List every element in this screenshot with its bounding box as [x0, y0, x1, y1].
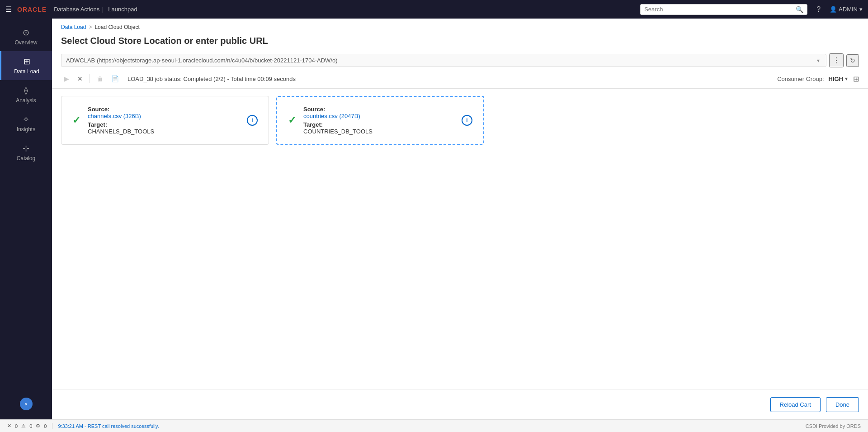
oracle-logo: ORACLE — [17, 6, 47, 13]
consumer-group-dropdown-icon[interactable]: ▾ — [845, 76, 848, 82]
reload-cart-button[interactable]: Reload Cart — [770, 397, 821, 412]
url-bar-more-button[interactable]: ⋮ — [829, 53, 844, 67]
error-count: 0 — [15, 423, 18, 429]
launchpad-label: Launchpad — [108, 6, 137, 13]
url-bar-dropdown-icon[interactable]: ▾ — [815, 57, 821, 64]
app-title: Database Actions | — [54, 6, 103, 13]
sidebar-label-catalog: Catalog — [17, 155, 35, 161]
overview-icon: ⊙ — [23, 28, 29, 38]
url-bar-row: ADWCLAB (https://objectstorage.ap-seoul-… — [52, 53, 868, 73]
play-button[interactable]: ▶ — [61, 73, 72, 85]
sidebar-label-overview: Overview — [14, 39, 37, 46]
check-icon-channels: ✓ — [72, 114, 80, 126]
card-target-label-channels: Target: — [88, 121, 240, 128]
bottom-actions: Reload Cart Done — [52, 389, 868, 419]
search-icon: 🔍 — [796, 6, 803, 13]
sidebar-label-analysis: Analysis — [16, 97, 36, 104]
status-message[interactable]: 9:33:21 AM - REST call resolved successf… — [58, 423, 159, 429]
data-load-icon: ⊞ — [24, 57, 30, 66]
url-bar-text: ADWCLAB (https://objectstorage.ap-seoul-… — [66, 57, 815, 64]
user-dropdown-icon: ▾ — [859, 6, 863, 13]
file-card-channels[interactable]: ✓ Source: channels.csv (326B) Target: CH… — [61, 96, 269, 145]
card-source-label-countries: Source: — [303, 106, 454, 113]
settings-icon-button[interactable]: ⊞ — [853, 75, 859, 83]
page-title: Select Cloud Store Location or enter pub… — [52, 34, 868, 53]
status-bar: ✕ 0 ⚠ 0 ⚙ 0 9:33:21 AM - REST call resol… — [0, 419, 868, 432]
hamburger-menu[interactable]: ☰ — [5, 5, 12, 14]
file-card-countries[interactable]: ✓ Source: countries.csv (2047B) Target: … — [276, 96, 484, 145]
card-info-channels: Source: channels.csv (326B) Target: CHAN… — [88, 106, 240, 135]
file-button[interactable]: 📄 — [108, 73, 122, 85]
sidebar-item-catalog[interactable]: ⊹ Catalog — [0, 138, 52, 167]
breadcrumb-parent[interactable]: Data Load — [61, 24, 86, 30]
user-area[interactable]: 👤 ADMIN ▾ — [830, 6, 863, 13]
sidebar-label-data-load: Data Load — [14, 68, 39, 75]
status-bar-separator — [52, 423, 52, 429]
card-source-label-channels: Source: — [88, 106, 240, 113]
analysis-icon: ⟠ — [24, 85, 28, 95]
toolbar: ▶ ✕ 🗑 📄 LOAD_38 job status: Completed (2… — [52, 73, 868, 89]
user-label: ADMIN — [839, 6, 858, 13]
cards-area: ✓ Source: channels.csv (326B) Target: CH… — [52, 89, 868, 152]
settings-icon: ⚙ — [36, 423, 40, 429]
sidebar-item-analysis[interactable]: ⟠ Analysis — [0, 80, 52, 109]
card-info-icon-countries[interactable]: i — [462, 115, 472, 126]
sidebar: ⊙ Overview ⊞ Data Load ⟠ Analysis ✧ Insi… — [0, 19, 52, 419]
status-bar-icons: ✕ 0 ⚠ 0 ⚙ 0 — [7, 423, 47, 429]
breadcrumb-current: Load Cloud Object — [94, 24, 139, 30]
card-target-value-channels: CHANNELS_DB_TOOLS — [88, 128, 240, 135]
card-source-value-channels: channels.csv (326B) — [88, 113, 240, 119]
done-button[interactable]: Done — [826, 397, 859, 412]
stop-button[interactable]: ✕ — [74, 73, 86, 85]
consumer-group-value: HIGH — [829, 76, 844, 82]
collapse-button[interactable]: « — [20, 398, 33, 410]
warning-count: 0 — [29, 423, 32, 429]
user-icon: 👤 — [830, 6, 837, 13]
error-icon: ✕ — [7, 423, 11, 429]
search-box[interactable]: 🔍 — [640, 4, 807, 15]
search-input[interactable] — [644, 6, 796, 13]
breadcrumb: Data Load > Load Cloud Object — [52, 19, 868, 34]
url-bar[interactable]: ADWCLAB (https://objectstorage.ap-seoul-… — [61, 54, 826, 67]
sidebar-item-insights[interactable]: ✧ Insights — [0, 109, 52, 138]
content-area: Data Load > Load Cloud Object Select Clo… — [52, 19, 868, 419]
card-info-countries: Source: countries.csv (2047B) Target: CO… — [303, 106, 454, 135]
settings-count: 0 — [44, 423, 47, 429]
top-nav: ☰ ORACLE Database Actions | Launchpad 🔍 … — [0, 0, 868, 19]
job-status-text: LOAD_38 job status: Completed (2/2) - To… — [127, 76, 296, 82]
help-icon[interactable]: ? — [816, 5, 821, 14]
insights-icon: ✧ — [23, 114, 29, 124]
breadcrumb-separator: > — [89, 24, 92, 30]
delete-button[interactable]: 🗑 — [94, 73, 106, 85]
url-bar-refresh-button[interactable]: ↻ — [846, 54, 859, 67]
sidebar-label-insights: Insights — [17, 126, 35, 133]
sidebar-collapse: « — [0, 398, 52, 410]
warning-icon: ⚠ — [21, 423, 26, 429]
card-target-label-countries: Target: — [303, 121, 454, 128]
status-bar-right: CSDI Provided by ORDS — [806, 423, 861, 429]
sidebar-item-overview[interactable]: ⊙ Overview — [0, 22, 52, 51]
sidebar-item-data-load[interactable]: ⊞ Data Load — [0, 51, 52, 80]
toolbar-separator-1 — [90, 74, 90, 83]
card-info-icon-channels[interactable]: i — [247, 115, 258, 126]
card-target-value-countries: COUNTRIES_DB_TOOLS — [303, 128, 454, 135]
card-source-value-countries: countries.csv (2047B) — [303, 113, 454, 119]
consumer-group-label: Consumer Group: — [777, 76, 824, 82]
check-icon-countries: ✓ — [288, 114, 296, 126]
catalog-icon: ⊹ — [23, 143, 29, 153]
main-layout: ⊙ Overview ⊞ Data Load ⟠ Analysis ✧ Insi… — [0, 19, 868, 419]
